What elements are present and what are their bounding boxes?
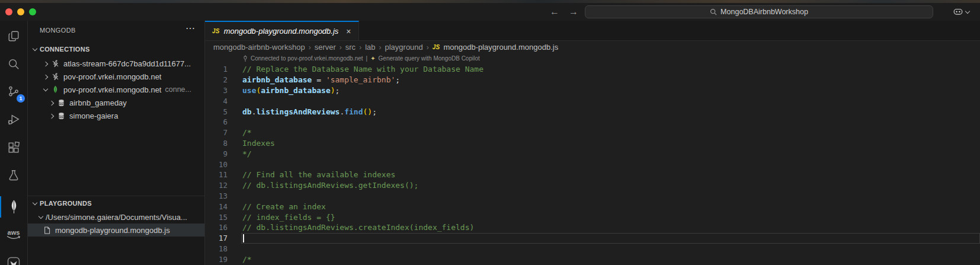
- close-icon[interactable]: ×: [346, 27, 351, 36]
- code-line[interactable]: 7/*: [205, 127, 980, 138]
- code-text: [242, 159, 980, 170]
- breadcrumb-item[interactable]: lab: [365, 43, 375, 52]
- breadcrumb-item[interactable]: mongodb-airbnb-workshop: [213, 43, 305, 52]
- tab-mongodb-playground[interactable]: JS mongodb-playground.mongodb.js ×: [205, 21, 359, 40]
- database-item[interactable]: simone-gaiera: [28, 109, 204, 122]
- activity-run-debug-button[interactable]: [0, 107, 27, 132]
- vscode-window: { "titlebar": { "search_value": "MongoDB…: [0, 0, 980, 265]
- line-number: 6: [205, 117, 228, 126]
- code-text: [242, 117, 980, 127]
- activity-bird-extension-button[interactable]: [0, 251, 27, 265]
- chevron-right-icon: [43, 61, 48, 66]
- line-number: 4: [205, 97, 228, 106]
- window-controls: [5, 8, 36, 15]
- copilot-icon: [953, 8, 963, 16]
- javascript-file-icon: JS: [212, 28, 220, 34]
- code-line[interactable]: 15// index_fields = {}: [205, 212, 980, 222]
- code-area[interactable]: 1// Replace the Database Name with your …: [205, 64, 980, 264]
- activity-explorer-button[interactable]: [0, 24, 27, 49]
- source-control-badge: 1: [17, 94, 25, 103]
- activity-aws-button[interactable]: aws: [0, 222, 27, 247]
- copilot-menu-button[interactable]: [953, 3, 969, 21]
- run-debug-icon: [7, 113, 20, 126]
- playground-folder-item[interactable]: /Users/simone.gaiera/Documents/Visua...: [28, 210, 204, 224]
- code-line[interactable]: 16// db.listingsAndReviews.createIndex(i…: [205, 222, 980, 233]
- connections-section-header[interactable]: CONNECTIONS: [28, 43, 204, 56]
- activity-extensions-button[interactable]: [0, 135, 27, 160]
- line-number: 2: [205, 75, 228, 84]
- code-line[interactable]: 11// Find all the available indexes: [205, 170, 980, 180]
- command-center-search[interactable]: MongoDBAirbnbWorkshop: [585, 5, 933, 18]
- breadcrumb-item[interactable]: server: [315, 43, 336, 52]
- activity-search-button[interactable]: [0, 52, 27, 76]
- chevron-down-icon: [33, 46, 37, 51]
- line-number: 14: [205, 202, 228, 211]
- code-line[interactable]: 1// Replace the Database Name with your …: [205, 64, 980, 75]
- history-back-button[interactable]: ←: [550, 7, 559, 17]
- editor-group: JS mongodb-playground.mongodb.js × mongo…: [205, 21, 980, 265]
- search-icon: [710, 8, 717, 15]
- code-line[interactable]: 10: [205, 159, 980, 170]
- breadcrumb-separator-icon: ›: [427, 43, 429, 52]
- javascript-file-icon: JS: [433, 44, 440, 50]
- codelens-separator: |: [366, 55, 368, 62]
- connection-item[interactable]: atlas-stream-667dc7ba9dd1d11677...: [28, 57, 204, 70]
- more-actions-icon[interactable]: ⋯: [185, 23, 195, 34]
- activity-source-control-button[interactable]: 1: [0, 79, 27, 104]
- breadcrumb-separator-icon: ›: [359, 43, 361, 52]
- code-line[interactable]: 6: [205, 117, 980, 127]
- code-line[interactable]: 12// db.listingsAndReviews.getIndexes();: [205, 180, 980, 191]
- code-text: [242, 191, 980, 202]
- code-line[interactable]: 14// Create an index: [205, 201, 980, 212]
- code-text: use(airbnb_database);: [242, 85, 980, 96]
- chevron-right-icon: [49, 100, 54, 105]
- code-line[interactable]: 19/*: [205, 254, 980, 264]
- chevron-right-icon: [49, 113, 54, 118]
- breadcrumb-separator-icon: ›: [379, 43, 381, 52]
- minimize-window-button[interactable]: [17, 8, 24, 15]
- line-number: 13: [205, 191, 228, 200]
- breadcrumb-item[interactable]: playground: [385, 43, 422, 52]
- line-number: 16: [205, 223, 228, 232]
- sparkle-icon: ✦: [370, 55, 375, 62]
- code-line[interactable]: 9*/: [205, 148, 980, 159]
- plug-icon: [243, 55, 248, 62]
- codelens-connected-link[interactable]: Connected to pov-proof.vrkei.mongodb.net: [251, 55, 363, 62]
- zoom-window-button[interactable]: [29, 8, 36, 15]
- database-item[interactable]: airbnb_gameday: [28, 96, 204, 109]
- activity-mongodb-button[interactable]: [0, 194, 27, 219]
- line-number: 9: [205, 149, 228, 158]
- code-line[interactable]: 4: [205, 95, 980, 106]
- activity-testing-button[interactable]: [0, 163, 27, 188]
- history-forward-button[interactable]: →: [569, 7, 578, 17]
- code-text: airbnb_database = 'sample_airbnb';: [242, 75, 980, 85]
- code-line[interactable]: 13: [205, 191, 980, 202]
- breadcrumb-file-item[interactable]: mongodb-playground.mongodb.js: [443, 43, 558, 52]
- code-line[interactable]: 8Indexes: [205, 138, 980, 149]
- connection-item-connected[interactable]: pov-proof.vrkei.mongodb.net conne...: [28, 83, 204, 96]
- codelens-copilot-link[interactable]: Generate query with MongoDB Copilot: [379, 55, 480, 62]
- line-number: 19: [205, 255, 228, 264]
- titlebar: ← → MongoDBAirbnbWorkshop: [0, 3, 980, 21]
- breadcrumb-item[interactable]: src: [345, 43, 356, 52]
- code-line[interactable]: 5db.listingsAndReviews.find();: [205, 106, 980, 117]
- breadcrumb: mongodb-airbnb-workshop › server › src ›…: [205, 40, 980, 54]
- code-line[interactable]: 18: [205, 244, 980, 254]
- code-text: // Find all the available indexes: [242, 170, 980, 180]
- search-value: MongoDBAirbnbWorkshop: [720, 8, 808, 16]
- playground-file-item[interactable]: mongodb-playground.mongodb.js: [28, 224, 204, 237]
- code-line[interactable]: 2airbnb_database = 'sample_airbnb';: [205, 75, 980, 85]
- codelens-bar: Connected to pov-proof.vrkei.mongodb.net…: [243, 55, 480, 62]
- code-text: // Replace the Database Name with your D…: [242, 64, 980, 75]
- code-text: // Create an index: [242, 201, 980, 212]
- line-number: 12: [205, 181, 228, 190]
- connection-item[interactable]: pov-proof.vrkei.mongodb.net: [28, 70, 204, 83]
- code-line-current[interactable]: 17: [205, 233, 980, 244]
- code-text: /*: [242, 254, 980, 264]
- code-text: // index_fields = {}: [242, 212, 980, 222]
- file-icon: [42, 226, 52, 234]
- code-line[interactable]: 3use(airbnb_database);: [205, 85, 980, 96]
- playgrounds-section-header[interactable]: PLAYGROUNDS: [28, 197, 204, 210]
- line-number: 10: [205, 160, 228, 169]
- close-window-button[interactable]: [5, 8, 12, 15]
